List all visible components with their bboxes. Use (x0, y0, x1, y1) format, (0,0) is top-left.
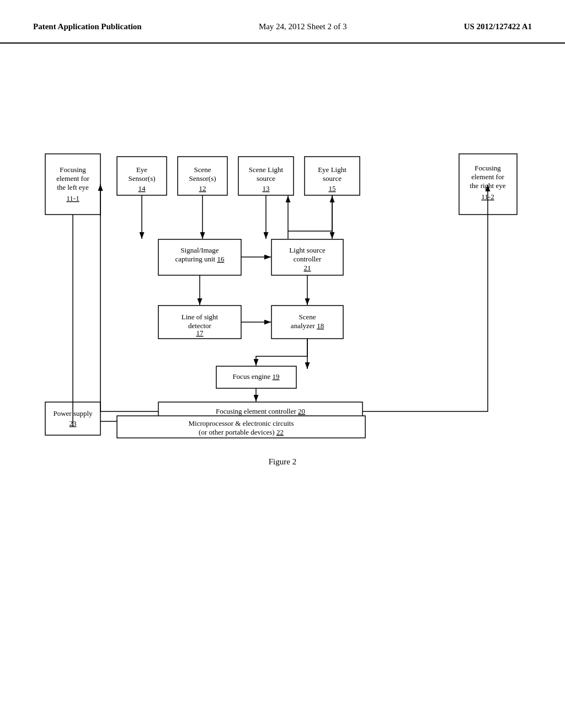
figure-caption: Figure 2 (269, 457, 296, 467)
svg-text:14: 14 (138, 184, 146, 192)
svg-text:Light source: Light source (289, 246, 326, 254)
svg-text:12: 12 (199, 184, 206, 192)
svg-text:Focusing: Focusing (475, 164, 501, 172)
svg-text:Microprocessor & electronic ci: Microprocessor & electronic circuits (189, 419, 294, 427)
svg-text:analyzer 18: analyzer 18 (291, 322, 324, 330)
svg-text:source: source (323, 174, 342, 183)
svg-text:Eye: Eye (136, 165, 147, 174)
arrow-scene-to-focus (256, 339, 307, 366)
svg-text:Focus engine 19: Focus engine 19 (232, 372, 279, 381)
svg-text:Scene: Scene (299, 313, 316, 321)
svg-text:Sensor(s): Sensor(s) (128, 174, 155, 183)
svg-text:11-1: 11-1 (66, 194, 79, 202)
svg-text:13: 13 (263, 184, 270, 192)
svg-text:15: 15 (329, 184, 336, 192)
svg-text:capturing unit 16: capturing unit 16 (175, 255, 225, 263)
svg-text:Line of sight: Line of sight (182, 313, 218, 321)
svg-text:controller: controller (294, 255, 322, 263)
svg-text:element for: element for (56, 174, 89, 183)
page-header: Patent Application Publication May 24, 2… (0, 0, 565, 44)
svg-text:Focusing element controller 20: Focusing element controller 20 (216, 407, 305, 415)
svg-text:17: 17 (196, 329, 204, 337)
focusing-left-text: Focusing (60, 165, 86, 174)
svg-text:Signal/Image: Signal/Image (180, 246, 219, 254)
date-sheet-label: May 24, 2012 Sheet 2 of 3 (259, 22, 347, 31)
line-controller-to-right (363, 216, 488, 411)
patent-diagram: Focusing element for the left eye 11-1 E… (40, 77, 525, 441)
svg-text:the left eye: the left eye (57, 183, 89, 191)
svg-text:element for: element for (471, 173, 504, 181)
svg-text:21: 21 (304, 264, 311, 272)
line-controller-to-left (100, 215, 158, 411)
patent-number-label: US 2012/127422 A1 (464, 22, 532, 31)
svg-text:Scene: Scene (194, 165, 211, 174)
publication-label: Patent Application Publication (33, 22, 142, 31)
svg-text:source: source (257, 174, 275, 183)
svg-text:Eye Light: Eye Light (318, 165, 347, 174)
svg-text:(or other portable devices) 22: (or other portable devices) 22 (199, 428, 284, 436)
diagram-area: Focusing element for the left eye 11-1 E… (0, 44, 565, 489)
line-lightctrl-to-eyelight (288, 196, 332, 231)
svg-text:Scene Light: Scene Light (249, 165, 284, 174)
svg-text:Sensor(s): Sensor(s) (189, 174, 216, 183)
